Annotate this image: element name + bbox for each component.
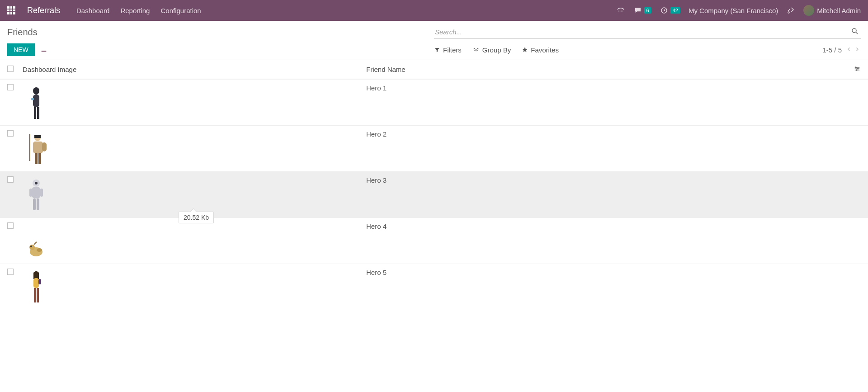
activities-icon[interactable]: 42: [660, 6, 680, 14]
user-name: Mitchell Admin: [817, 7, 861, 14]
search-icon[interactable]: [851, 27, 859, 37]
svg-rect-29: [33, 278, 39, 288]
svg-rect-23: [37, 198, 39, 210]
list-body: Hero 1 Hero 2 Hero 3 20.52 Kb: [0, 79, 868, 310]
svg-point-2: [852, 28, 856, 33]
svg-rect-20: [29, 189, 32, 197]
cp-bottom: NEW Filters Group By Favorites: [7, 43, 861, 60]
table-row[interactable]: Hero 1: [0, 79, 868, 125]
filters-button[interactable]: Filters: [434, 46, 462, 54]
svg-rect-21: [40, 189, 43, 197]
hero-thumbnail-icon: [23, 129, 50, 168]
search-wrap: [434, 25, 861, 39]
svg-rect-9: [37, 107, 39, 119]
svg-rect-15: [35, 153, 38, 164]
svg-rect-11: [29, 134, 30, 161]
svg-point-27: [37, 248, 42, 252]
row-image-cell: [23, 129, 366, 168]
search-options: Filters Group By Favorites: [434, 46, 559, 54]
svg-point-1: [788, 12, 789, 13]
user-menu[interactable]: Mitchell Admin: [803, 5, 861, 16]
new-button[interactable]: NEW: [7, 43, 35, 56]
svg-point-26: [30, 246, 32, 247]
control-panel: Friends NEW Filters Group By: [0, 21, 868, 60]
pager-text[interactable]: 1-5 / 5: [822, 46, 842, 54]
hero-thumbnail-icon: [23, 222, 50, 260]
svg-point-5: [856, 70, 857, 71]
row-checkbox[interactable]: [7, 269, 14, 275]
filters-label: Filters: [443, 46, 462, 54]
svg-point-4: [858, 68, 859, 69]
row-name: Hero 1: [366, 83, 847, 92]
messages-badge: 6: [644, 7, 651, 14]
svg-rect-13: [33, 142, 43, 153]
nav-dashboard[interactable]: Dashboard: [76, 7, 109, 14]
header-checkbox-col: [7, 66, 23, 73]
row-image-cell: [23, 175, 366, 214]
filesize-tooltip: 20.52 Kb: [179, 212, 214, 223]
nav-reporting[interactable]: Reporting: [120, 7, 150, 14]
pager-next-icon[interactable]: [854, 46, 860, 54]
cp-top: Friends: [7, 25, 861, 39]
hero-thumbnail-icon: [23, 83, 50, 122]
svg-rect-7: [33, 94, 39, 107]
svg-point-18: [35, 182, 38, 184]
row-name: Hero 2: [366, 129, 847, 138]
row-checkbox[interactable]: [7, 222, 14, 229]
svg-point-3: [855, 67, 856, 68]
table-row[interactable]: Hero 3: [0, 171, 868, 217]
groupby-button[interactable]: Group By: [472, 46, 511, 54]
table-row[interactable]: Hero 2: [0, 125, 868, 171]
search-input[interactable]: [434, 25, 861, 39]
row-name: Hero 5: [366, 268, 847, 276]
nav-menu: Dashboard Reporting Configuration: [76, 7, 201, 14]
groupby-label: Group By: [482, 46, 511, 54]
svg-rect-14: [42, 142, 47, 151]
activities-badge: 42: [670, 7, 680, 14]
navbar-left: Referrals Dashboard Reporting Configurat…: [7, 6, 201, 15]
svg-point-6: [33, 87, 39, 94]
apps-icon[interactable]: [7, 6, 15, 14]
row-name: Hero 4: [366, 222, 847, 230]
svg-point-10: [31, 98, 34, 100]
nav-configuration[interactable]: Configuration: [160, 7, 201, 14]
svg-rect-31: [34, 288, 36, 302]
app-brand[interactable]: Referrals: [27, 6, 60, 15]
svg-rect-16: [38, 153, 41, 164]
table-row[interactable]: 20.52 Kb Hero 4: [0, 217, 868, 264]
hero-thumbnail-icon: [23, 268, 50, 306]
svg-rect-32: [37, 288, 39, 302]
row-checkbox[interactable]: [7, 176, 14, 183]
select-all-checkbox[interactable]: [7, 66, 14, 72]
pager-prev-icon[interactable]: [846, 46, 852, 54]
navbar-right: 6 42 My Company (San Francisco) Mitchell…: [616, 5, 861, 16]
row-image-cell: [23, 222, 366, 260]
table-row[interactable]: Hero 5: [0, 264, 868, 310]
svg-rect-8: [34, 107, 36, 119]
svg-rect-19: [32, 187, 41, 198]
list-header: Dashboard Image Friend Name: [0, 60, 868, 79]
row-image-cell: [23, 83, 366, 122]
messages-icon[interactable]: 6: [633, 6, 651, 14]
company-switcher[interactable]: My Company (San Francisco): [689, 7, 778, 14]
row-image-cell: [23, 268, 366, 306]
row-name: Hero 3: [366, 175, 847, 184]
row-checkbox[interactable]: [7, 130, 14, 137]
optional-fields-icon[interactable]: [847, 66, 861, 73]
debug-icon[interactable]: [786, 6, 795, 14]
svg-point-25: [29, 245, 35, 250]
export-icon[interactable]: [40, 46, 47, 54]
header-name[interactable]: Friend Name: [366, 66, 847, 73]
row-checkbox[interactable]: [7, 84, 14, 90]
svg-rect-30: [38, 279, 41, 284]
pager: 1-5 / 5: [822, 46, 861, 54]
page-title: Friends: [7, 25, 38, 38]
favorites-label: Favorites: [531, 46, 559, 54]
pager-arrows: [846, 46, 860, 54]
header-image[interactable]: Dashboard Image: [23, 66, 366, 73]
favorites-button[interactable]: Favorites: [522, 46, 559, 54]
voip-icon[interactable]: [616, 6, 625, 14]
hero-thumbnail-icon: [23, 175, 50, 214]
user-avatar-icon: [803, 5, 814, 16]
top-navbar: Referrals Dashboard Reporting Configurat…: [0, 0, 868, 21]
